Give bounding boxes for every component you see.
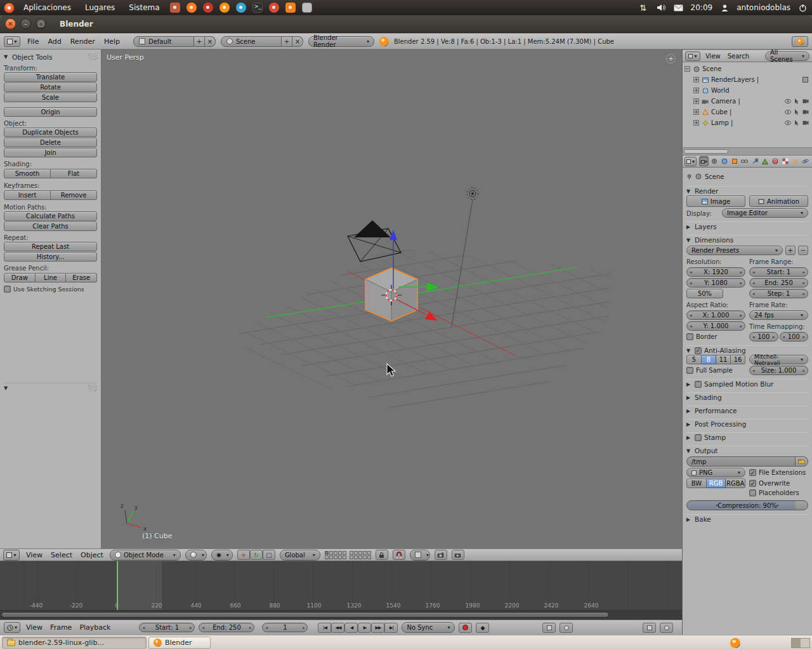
file-format-dropdown[interactable]: PNG: [686, 468, 745, 477]
resolution-y-field[interactable]: Y: 1080: [686, 278, 745, 288]
origin-button[interactable]: Origin: [4, 107, 97, 117]
add-scene-button[interactable]: +: [282, 36, 292, 47]
disclosure-icon[interactable]: +: [693, 120, 699, 126]
disclosure-icon[interactable]: +: [693, 109, 699, 115]
render-image-button[interactable]: Image: [686, 196, 745, 207]
launcher-icon-5[interactable]: [285, 3, 296, 13]
join-button[interactable]: Join: [4, 148, 97, 157]
flat-button[interactable]: Flat: [51, 169, 97, 178]
render-opengl-anim-button[interactable]: [452, 550, 464, 560]
scale-manipulator-toggle[interactable]: □: [263, 550, 275, 560]
mode-dropdown[interactable]: Object Mode: [110, 550, 181, 560]
volume-icon[interactable]: [655, 2, 667, 13]
aa-samples-8[interactable]: 8: [702, 355, 716, 364]
outliner-row-renderlayers[interactable]: + RenderLayers |: [684, 74, 810, 85]
frame-start-field[interactable]: Start: 1: [139, 623, 195, 632]
render-engine-dropdown[interactable]: Blender Render: [308, 36, 374, 47]
tab-render[interactable]: [699, 156, 709, 166]
remap-new-field[interactable]: 100: [780, 332, 809, 342]
tab-scene[interactable]: [709, 156, 719, 166]
outliner-scrollbar[interactable]: [683, 147, 812, 155]
editor-type-button-info[interactable]: ▾: [4, 36, 20, 47]
aspect-y-field[interactable]: Y: 1.000: [686, 321, 745, 331]
menu-aplicaciones[interactable]: Aplicaciones: [18, 2, 76, 13]
history-button[interactable]: History...: [4, 252, 97, 262]
object-tools-panel-header[interactable]: ▼ Object Tools: [4, 52, 97, 62]
timeline-menu-frame[interactable]: Frame: [48, 623, 74, 632]
delete-button[interactable]: Delete: [4, 138, 97, 147]
aa-samples-16[interactable]: 16: [731, 355, 745, 364]
operator-panel-grip[interactable]: [88, 385, 97, 392]
editor-type-button-timeline[interactable]: ▾: [4, 622, 20, 633]
power-icon[interactable]: [797, 2, 808, 13]
render-opengl-button[interactable]: [435, 550, 447, 560]
window-titlebar[interactable]: ✕ – ▢ Blender: [0, 15, 812, 33]
border-checkbox[interactable]: [686, 333, 693, 340]
renderability-camera-icon[interactable]: [802, 119, 809, 126]
aspect-x-field[interactable]: X: 1.000: [686, 310, 745, 320]
remove-scene-button[interactable]: ×: [292, 36, 303, 47]
shading-panel-header[interactable]: ▶ Shading: [686, 392, 808, 402]
manipulator-z-arrow[interactable]: [390, 230, 397, 240]
jump-to-end-button[interactable]: ▶|: [384, 623, 398, 633]
cube-object[interactable]: [365, 268, 417, 321]
record-button[interactable]: [459, 623, 472, 633]
duplicate-objects-button[interactable]: Duplicate Objects: [4, 128, 97, 137]
performance-panel-header[interactable]: ▶ Performance: [686, 406, 808, 415]
pivot-point-dropdown[interactable]: ◉: [211, 550, 233, 560]
manipulator-x-arrow[interactable]: [425, 311, 437, 321]
renderability-camera-icon[interactable]: [802, 109, 809, 116]
terminal-icon[interactable]: [252, 3, 263, 13]
operator-panel-header[interactable]: ▼: [4, 383, 97, 392]
aa-size-field[interactable]: Size: 1.000: [749, 366, 808, 375]
editor-type-button-outliner[interactable]: ▾: [685, 51, 700, 61]
sync-dropdown[interactable]: No Sync: [402, 622, 455, 633]
channels-rgb-button[interactable]: RGB: [707, 479, 726, 488]
browse-folder-button[interactable]: [796, 456, 808, 467]
render-presets-dropdown[interactable]: Render Presets: [686, 246, 783, 255]
splash-button[interactable]: [792, 36, 808, 47]
timeline-extra-button-2[interactable]: [560, 623, 573, 633]
line-button[interactable]: Line: [36, 273, 67, 282]
disclosure-icon[interactable]: +: [693, 77, 699, 83]
remove-keyframe-button[interactable]: Remove: [51, 190, 97, 200]
launcher-icon-6[interactable]: [302, 3, 312, 13]
timeline-extra-button-4[interactable]: [660, 623, 673, 633]
prev-keyframe-button[interactable]: ◀◀: [331, 623, 344, 633]
stamp-panel-header[interactable]: ▶ Stamp: [686, 432, 808, 442]
layers-panel-header[interactable]: ▶ Layers: [686, 222, 808, 231]
outliner-menu-view[interactable]: View: [704, 53, 723, 60]
tab-object[interactable]: [730, 156, 739, 166]
timeline-extra-button-1[interactable]: [542, 623, 556, 633]
selectability-arrow-icon[interactable]: [793, 119, 800, 126]
disclosure-icon[interactable]: +: [693, 98, 699, 104]
aa-filter-dropdown[interactable]: Mitchell-Netravali: [749, 355, 808, 364]
remove-layout-button[interactable]: ×: [205, 36, 216, 47]
timeline-extra-button-3[interactable]: [643, 623, 656, 633]
bake-panel-header[interactable]: ▶ Bake: [686, 514, 808, 524]
editor-type-button-3dview[interactable]: ▾: [3, 550, 20, 560]
timeline-scrollbar[interactable]: [0, 611, 682, 620]
blender-launcher-icon[interactable]: [219, 3, 230, 13]
menu-file[interactable]: File: [25, 37, 41, 46]
antialiasing-checkbox[interactable]: [695, 347, 702, 354]
pin-icon[interactable]: [686, 174, 692, 180]
frame-start-field-props[interactable]: Start: 1: [749, 267, 808, 277]
resolution-x-field[interactable]: X: 1920: [686, 267, 745, 277]
output-path-field[interactable]: /tmp: [686, 456, 796, 467]
view3d-menu-view[interactable]: View: [24, 551, 44, 559]
menu-lugares[interactable]: Lugares: [80, 2, 120, 13]
firefox-icon[interactable]: [187, 3, 197, 13]
translate-button[interactable]: Translate: [4, 72, 97, 82]
compression-slider[interactable]: Compression: 90%: [686, 500, 808, 510]
outliner-row-camera[interactable]: + Camera |: [684, 96, 810, 107]
lamp-object[interactable]: [467, 188, 478, 199]
layers-widget[interactable]: [325, 551, 371, 559]
lock-to-scene-toggle[interactable]: [376, 550, 388, 560]
outliner-row-scene[interactable]: − Scene: [684, 63, 810, 74]
ubuntu-logo-icon[interactable]: [4, 3, 15, 13]
output-panel-header[interactable]: ▼ Output: [686, 446, 808, 455]
render-panel-header[interactable]: ▼ Render: [686, 186, 808, 196]
stamp-checkbox[interactable]: [695, 434, 702, 441]
username[interactable]: antoniodoblas: [737, 3, 790, 12]
